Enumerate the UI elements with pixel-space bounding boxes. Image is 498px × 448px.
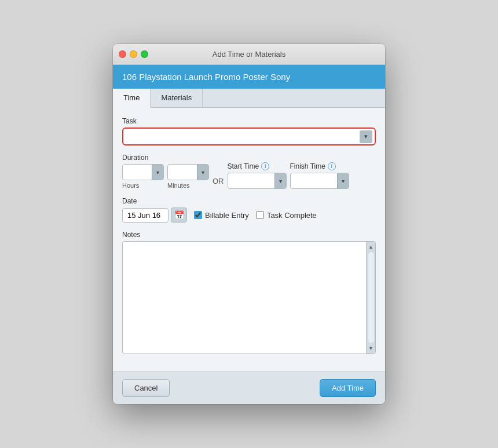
finish-time-col: Finish Time i ▾ xyxy=(290,162,349,189)
minimize-button[interactable] xyxy=(130,50,137,58)
notes-textarea[interactable] xyxy=(123,242,366,354)
hours-col: Duration ▾ Hours xyxy=(122,154,164,189)
finish-time-input[interactable] xyxy=(291,174,337,188)
task-field-group: Task xyxy=(122,117,376,145)
start-time-input[interactable] xyxy=(228,174,274,188)
notes-scrollbar[interactable]: ▲ ▼ xyxy=(366,242,375,354)
notes-area-wrap: ▲ ▼ xyxy=(122,241,376,354)
hours-input[interactable] xyxy=(123,166,152,179)
form-content: Task Duration ▾ Hours D xyxy=(113,108,385,371)
close-button[interactable] xyxy=(119,50,126,58)
task-complete-label[interactable]: Task Complete xyxy=(267,211,317,220)
minutes-sublabel: Minutes xyxy=(167,182,190,189)
tabs-bar: Time Materials xyxy=(113,89,385,108)
duration-row: Duration ▾ Hours D ▾ Minutes OR xyxy=(122,154,376,189)
calendar-button[interactable]: 📅 xyxy=(171,207,187,223)
minutes-select: ▾ xyxy=(167,164,209,180)
or-divider: OR xyxy=(213,177,224,189)
finish-time-arrow[interactable]: ▾ xyxy=(337,173,349,188)
task-select[interactable] xyxy=(126,130,360,143)
cancel-button[interactable]: Cancel xyxy=(122,379,170,397)
start-time-arrow[interactable]: ▾ xyxy=(274,173,286,188)
add-time-button[interactable]: Add Time xyxy=(320,379,376,397)
billable-entry-label[interactable]: Billable Entry xyxy=(205,211,249,220)
billable-entry-group: Billable Entry xyxy=(194,211,249,220)
date-input[interactable] xyxy=(122,208,169,223)
tab-materials[interactable]: Materials xyxy=(151,89,203,107)
task-select-wrapper xyxy=(122,128,376,145)
calendar-icon: 📅 xyxy=(174,210,184,220)
dialog-footer: Cancel Add Time xyxy=(113,371,385,404)
finish-time-label: Finish Time i xyxy=(290,162,336,170)
maximize-button[interactable] xyxy=(141,50,148,58)
titlebar: Add Time or Materials xyxy=(113,44,385,65)
start-time-label: Start Time i xyxy=(228,162,270,170)
dialog-window: Add Time or Materials 106 Playstation La… xyxy=(113,44,385,404)
duration-label: Duration xyxy=(122,154,148,162)
task-complete-checkbox[interactable] xyxy=(256,211,264,219)
date-label: Date xyxy=(122,197,187,205)
project-header: 106 Playstation Launch Promo Poster Sony xyxy=(113,65,385,89)
notes-section: Notes ▲ ▼ xyxy=(122,231,376,354)
task-complete-group: Task Complete xyxy=(256,211,317,220)
tab-time[interactable]: Time xyxy=(113,89,151,108)
minutes-arrow[interactable]: ▾ xyxy=(197,165,208,180)
start-time-col: Start Time i ▾ xyxy=(228,162,287,189)
task-label: Task xyxy=(122,117,376,125)
scroll-down-arrow[interactable]: ▼ xyxy=(367,344,375,352)
finish-time-info-icon[interactable]: i xyxy=(328,162,336,170)
hours-arrow[interactable]: ▾ xyxy=(152,165,163,180)
start-time-info-icon[interactable]: i xyxy=(261,162,269,170)
scroll-track xyxy=(368,252,374,343)
hours-sublabel: Hours xyxy=(122,182,139,189)
start-time-select: ▾ xyxy=(228,173,287,189)
minutes-col: D ▾ Minutes xyxy=(167,154,209,189)
finish-time-select: ▾ xyxy=(290,173,349,189)
project-title: 106 Playstation Launch Promo Poster Sony xyxy=(122,72,290,82)
scroll-up-arrow[interactable]: ▲ xyxy=(367,243,375,251)
traffic-lights xyxy=(119,50,148,58)
date-input-wrap: 📅 xyxy=(122,207,187,223)
window-title: Add Time or Materials xyxy=(213,50,285,59)
hours-select: ▾ xyxy=(122,164,164,180)
billable-entry-checkbox[interactable] xyxy=(194,211,202,219)
task-dropdown-arrow[interactable] xyxy=(360,130,372,143)
date-col: Date 📅 xyxy=(122,197,187,223)
minutes-input[interactable] xyxy=(168,166,197,179)
notes-label: Notes xyxy=(122,231,376,239)
date-row: Date 📅 Billable Entry Task Complete xyxy=(122,197,376,223)
